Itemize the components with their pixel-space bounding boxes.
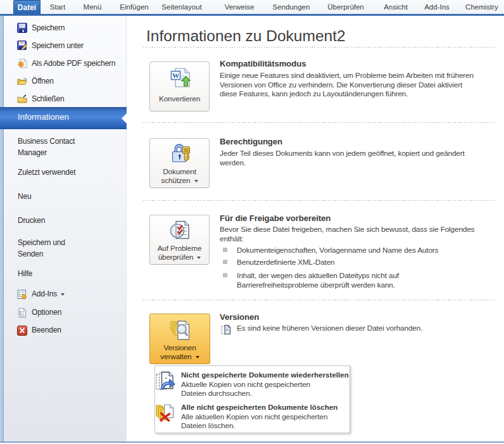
svg-text:W: W xyxy=(172,72,179,79)
